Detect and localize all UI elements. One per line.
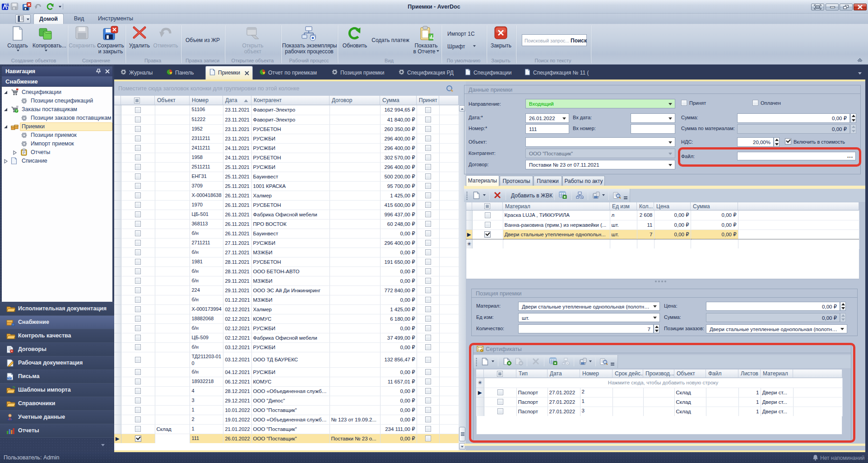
svg-text:?: ? bbox=[15, 109, 17, 112]
